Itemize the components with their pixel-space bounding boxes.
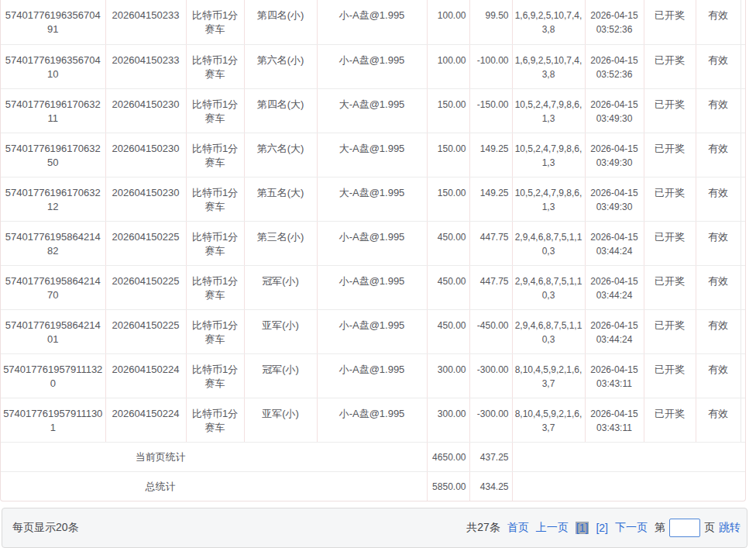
cell-win-loss: -450.00 xyxy=(469,309,512,353)
cell-game-name: 比特币1分赛车 xyxy=(186,0,244,44)
cell-win-loss: 99.50 xyxy=(469,0,512,44)
prev-page-link[interactable]: 上一页 xyxy=(536,521,569,535)
summary-row-current-page: 当前页统计 4650.00 437.25 xyxy=(1,442,746,471)
cell-valid: 有效 xyxy=(696,265,741,309)
cell-order-id: 5740177619635670410 xyxy=(1,44,105,88)
cell-draw-result: 8,10,4,5,9,2,1,6,3,7 xyxy=(512,398,585,442)
cell-game-name: 比特币1分赛车 xyxy=(186,88,244,133)
cell-status: 已开奖 xyxy=(644,44,696,88)
cell-draw-time: 2026-04-15 03:49:30 xyxy=(585,133,644,177)
cell-draw-result: 2,9,4,6,8,7,5,1,10,3 xyxy=(512,309,585,353)
cell-extra xyxy=(741,309,746,353)
cell-order-id: 5740177619586421401 xyxy=(1,309,105,353)
summary-current-page-winloss: 437.25 xyxy=(469,442,512,471)
cell-amount: 150.00 xyxy=(427,133,469,177)
records-tbody: 5740177619635670491 202604150233 比特币1分赛车… xyxy=(1,0,746,442)
next-page-link[interactable]: 下一页 xyxy=(615,521,648,535)
cell-extra xyxy=(741,88,746,133)
cell-game-name: 比特币1分赛车 xyxy=(186,265,244,309)
cell-valid: 有效 xyxy=(696,177,741,221)
cell-order-id: 5740177619617063250 xyxy=(1,133,105,177)
cell-period: 202604150230 xyxy=(105,133,186,177)
table-row: 5740177619635670410 202604150233 比特币1分赛车… xyxy=(1,44,746,88)
page-jump-input[interactable] xyxy=(669,519,700,537)
cell-win-loss: 447.75 xyxy=(469,221,512,265)
cell-bet-position: 第四名(小) xyxy=(244,0,317,44)
pagination: 共27条 首页 上一页 [1] [2] 下一页 第 页 跳转 xyxy=(466,519,741,537)
table-row: 5740177619579111320 202604150224 比特币1分赛车… xyxy=(1,353,746,398)
table-row: 5740177619586421482 202604150225 比特币1分赛车… xyxy=(1,221,746,265)
cell-play-odds: 小-A盘@1.995 xyxy=(317,353,427,398)
cell-period: 202604150224 xyxy=(105,353,186,398)
jump-button[interactable]: 跳转 xyxy=(719,521,741,535)
bet-records-table: 5740177619635670491 202604150233 比特币1分赛车… xyxy=(1,0,746,501)
table-row: 5740177619635670491 202604150233 比特币1分赛车… xyxy=(1,0,746,44)
cell-valid: 有效 xyxy=(696,0,741,44)
per-page-label: 每页显示20条 xyxy=(12,521,79,535)
cell-play-odds: 大-A盘@1.995 xyxy=(317,133,427,177)
cell-play-odds: 小-A盘@1.995 xyxy=(317,0,427,44)
cell-period: 202604150225 xyxy=(105,265,186,309)
cell-extra xyxy=(741,353,746,398)
bet-records-table-container: 5740177619635670491 202604150233 比特币1分赛车… xyxy=(0,0,746,501)
cell-win-loss: 447.75 xyxy=(469,265,512,309)
cell-valid: 有效 xyxy=(696,353,741,398)
cell-amount: 150.00 xyxy=(427,88,469,133)
cell-game-name: 比特币1分赛车 xyxy=(186,398,244,442)
cell-extra xyxy=(741,44,746,88)
cell-draw-time: 2026-04-15 03:52:36 xyxy=(585,0,644,44)
cell-win-loss: -150.00 xyxy=(469,88,512,133)
cell-order-id: 5740177619617063212 xyxy=(1,177,105,221)
cell-amount: 100.00 xyxy=(427,0,469,44)
cell-amount: 450.00 xyxy=(427,265,469,309)
cell-amount: 450.00 xyxy=(427,309,469,353)
page-jump-group: 第 页 跳转 xyxy=(655,519,741,537)
summary-row-total: 总统计 5850.00 434.25 xyxy=(1,471,746,501)
cell-play-odds: 小-A盘@1.995 xyxy=(317,44,427,88)
cell-valid: 有效 xyxy=(696,398,741,442)
cell-draw-result: 10,5,2,4,7,9,8,6,1,3 xyxy=(512,177,585,221)
pagination-footer: 每页显示20条 共27条 首页 上一页 [1] [2] 下一页 第 页 跳转 xyxy=(2,508,747,548)
cell-bet-position: 亚军(小) xyxy=(244,398,317,442)
table-row: 5740177619617063212 202604150230 比特币1分赛车… xyxy=(1,177,746,221)
table-row: 5740177619586421401 202604150225 比特币1分赛车… xyxy=(1,309,746,353)
cell-draw-time: 2026-04-15 03:49:30 xyxy=(585,177,644,221)
summary-tbody: 当前页统计 4650.00 437.25 总统计 5850.00 434.25 xyxy=(1,442,746,501)
cell-period: 202604150233 xyxy=(105,44,186,88)
cell-period: 202604150224 xyxy=(105,398,186,442)
cell-play-odds: 小-A盘@1.995 xyxy=(317,309,427,353)
cell-status: 已开奖 xyxy=(644,0,696,44)
summary-total-empty xyxy=(512,471,746,501)
cell-game-name: 比特币1分赛车 xyxy=(186,353,244,398)
cell-amount: 450.00 xyxy=(427,221,469,265)
cell-game-name: 比特币1分赛车 xyxy=(186,309,244,353)
cell-draw-result: 1,6,9,2,5,10,7,4,3,8 xyxy=(512,0,585,44)
cell-draw-result: 10,5,2,4,7,9,8,6,1,3 xyxy=(512,133,585,177)
cell-status: 已开奖 xyxy=(644,353,696,398)
cell-draw-result: 2,9,4,6,8,7,5,1,10,3 xyxy=(512,221,585,265)
cell-draw-time: 2026-04-15 03:49:30 xyxy=(585,88,644,133)
cell-draw-time: 2026-04-15 03:52:36 xyxy=(585,44,644,88)
cell-bet-position: 第六名(小) xyxy=(244,44,317,88)
cell-amount: 150.00 xyxy=(427,177,469,221)
cell-status: 已开奖 xyxy=(644,265,696,309)
summary-total-label: 总统计 xyxy=(1,471,427,501)
cell-extra xyxy=(741,398,746,442)
cell-bet-position: 第五名(大) xyxy=(244,177,317,221)
cell-draw-result: 10,5,2,4,7,9,8,6,1,3 xyxy=(512,88,585,133)
cell-draw-result: 1,6,9,2,5,10,7,4,3,8 xyxy=(512,44,585,88)
page-number-2[interactable]: [2] xyxy=(596,522,608,534)
summary-total-amount: 5850.00 xyxy=(427,471,469,501)
cell-win-loss: -100.00 xyxy=(469,44,512,88)
cell-extra xyxy=(741,221,746,265)
cell-valid: 有效 xyxy=(696,133,741,177)
cell-game-name: 比特币1分赛车 xyxy=(186,177,244,221)
cell-amount: 100.00 xyxy=(427,44,469,88)
cell-status: 已开奖 xyxy=(644,309,696,353)
cell-period: 202604150225 xyxy=(105,221,186,265)
cell-extra xyxy=(741,0,746,44)
first-page-link[interactable]: 首页 xyxy=(507,521,529,535)
summary-total-winloss: 434.25 xyxy=(469,471,512,501)
page-number-1[interactable]: [1] xyxy=(576,522,589,534)
cell-extra xyxy=(741,133,746,177)
